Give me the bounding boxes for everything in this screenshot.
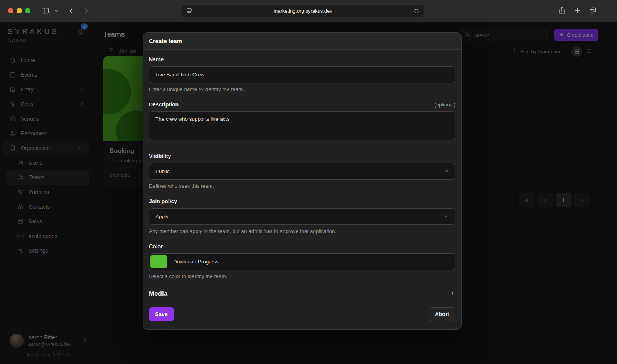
color-swatch[interactable] — [150, 255, 167, 268]
chevron-right-icon — [449, 290, 455, 298]
join-policy-value: Apply — [155, 214, 169, 219]
name-input[interactable] — [149, 66, 455, 83]
reader-view-icon[interactable] — [186, 8, 192, 14]
new-tab-icon[interactable] — [573, 7, 582, 15]
name-helper: Enter a unique name to identify the team… — [149, 86, 455, 92]
visibility-value: Public — [155, 169, 170, 174]
zoom-window-button[interactable] — [25, 8, 30, 13]
modal-body: Name Enter a unique name to identify the… — [143, 50, 461, 298]
share-icon[interactable] — [558, 6, 566, 15]
browser-window: marketing.org.syrakus.dev SYRAKUS Syraku… — [0, 0, 617, 364]
back-icon[interactable] — [67, 7, 75, 15]
save-button[interactable]: Save — [149, 307, 174, 321]
chevron-down-icon[interactable] — [54, 9, 59, 13]
color-picker-field[interactable]: Download Progress — [149, 253, 455, 270]
forward-icon[interactable] — [82, 7, 90, 15]
visibility-helper: Defines who sees this team. — [149, 183, 455, 189]
app-area: SYRAKUS Syrakus 1 Home Events Entry — [0, 22, 617, 364]
reload-icon[interactable] — [413, 8, 420, 14]
chevron-down-icon — [444, 169, 449, 175]
media-section-title: Media — [149, 290, 167, 298]
description-textarea[interactable] — [149, 111, 455, 140]
chevron-down-icon — [444, 214, 449, 220]
color-label: Color — [149, 243, 455, 249]
name-label: Name — [149, 56, 455, 62]
url-text[interactable]: marketing.org.syrakus.dev — [192, 8, 413, 14]
color-value: Download Progress — [173, 259, 219, 265]
address-bar[interactable]: marketing.org.syrakus.dev — [181, 5, 424, 17]
color-helper: Select a color to identify the team. — [149, 273, 455, 279]
visibility-select[interactable]: Public — [149, 163, 455, 180]
join-policy-select[interactable]: Apply — [149, 208, 455, 225]
join-policy-helper: Any member can apply to the team, but an… — [149, 228, 455, 234]
close-window-button[interactable] — [8, 8, 13, 13]
browser-toolbar: marketing.org.syrakus.dev — [0, 0, 617, 22]
visibility-label: Visibility — [149, 153, 455, 159]
description-optional-hint: (optional) — [435, 102, 455, 108]
modal-title: Create team — [143, 33, 461, 50]
join-policy-label: Join policy — [149, 198, 455, 204]
tab-overview-icon[interactable] — [589, 7, 597, 15]
modal-footer: Save Abort — [149, 307, 455, 321]
create-team-modal: Create team Name Enter a unique name to … — [143, 32, 462, 330]
sidebar-toggle-icon[interactable] — [41, 7, 49, 15]
media-section-toggle[interactable]: Media — [149, 290, 455, 298]
abort-button[interactable]: Abort — [429, 307, 455, 321]
description-label: Description — [149, 101, 179, 108]
minimize-window-button[interactable] — [17, 8, 22, 13]
